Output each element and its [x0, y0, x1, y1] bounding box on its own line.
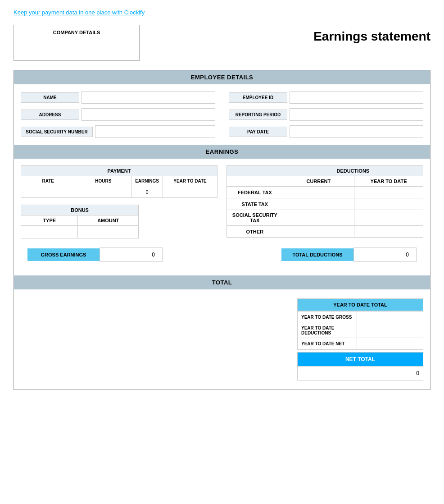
reporting-period-label: REPORTING PERIOD [229, 110, 287, 120]
payment-table: PAYMENT RATE HOURS EARNINGS YEAR TO DATE [21, 165, 217, 198]
state-tax-current-input[interactable] [287, 201, 350, 207]
deductions-header [227, 166, 283, 176]
bonus-amount-header: AMOUNT [78, 215, 139, 226]
name-label: NAME [21, 92, 79, 103]
bonus-type-cell[interactable] [21, 226, 78, 238]
social-security-current-input[interactable] [287, 215, 350, 221]
ytd-table: YEAR TO DATE GROSS YEAR TO DATE DEDUCTIO… [297, 311, 423, 350]
deductions-main-header: DEDUCTIONS [283, 166, 423, 176]
ssn-input[interactable] [95, 125, 215, 138]
federal-tax-current-input[interactable] [287, 189, 350, 196]
deductions-table: DEDUCTIONS CURRENT YEAR TO DATE FEDERAL … [227, 165, 423, 238]
social-security-current[interactable] [283, 210, 354, 226]
company-box: COMPANY DETAILS [14, 25, 140, 61]
other-current[interactable] [283, 226, 354, 238]
header-row: COMPANY DETAILS Earnings statement [14, 25, 430, 61]
pay-date-field-row: PAY DATE [229, 125, 423, 138]
ytd-gross-label: YEAR TO DATE GROSS [298, 312, 357, 323]
address-input[interactable] [82, 108, 215, 121]
deduction-current-header: CURRENT [283, 176, 354, 187]
gross-earnings-value: 0 [100, 247, 163, 262]
ytd-net-value[interactable] [357, 338, 423, 350]
other-row: OTHER [227, 226, 423, 238]
ytd-deductions-label: YEAR TO DATE DEDUCTIONS [298, 323, 357, 338]
earnings-body: PAYMENT RATE HOURS EARNINGS YEAR TO DATE [14, 159, 430, 275]
employee-details-body: NAME EMPLOYEE ID ADDRESS REPORTING PERIO… [14, 84, 430, 145]
address-label: ADDRESS [21, 110, 79, 120]
reporting-period-field-row: REPORTING PERIOD [229, 108, 423, 121]
ytd-deductions-row: YEAR TO DATE DEDUCTIONS [298, 323, 423, 338]
ytd-deductions-value[interactable] [357, 323, 423, 338]
ytd-net-input[interactable] [361, 340, 419, 347]
ytd-total-header: YEAR TO DATE TOTAL [297, 298, 423, 311]
ytd-gross-row: YEAR TO DATE GROSS [298, 312, 423, 323]
employee-id-input[interactable] [290, 91, 423, 104]
other-ytd[interactable] [354, 226, 423, 238]
bonus-table: BONUS TYPE AMOUNT [21, 205, 139, 238]
federal-tax-current[interactable] [283, 187, 354, 198]
ssn-label: SOCIAL SECURITY NUMBER [21, 127, 93, 137]
hours-col-header: HOURS [75, 176, 131, 186]
earnings-header: EARNINGS [14, 145, 430, 159]
social-security-ytd-input[interactable] [358, 215, 419, 221]
main-form: EMPLOYEE DETAILS NAME EMPLOYEE ID ADDRES… [14, 70, 430, 390]
other-current-input[interactable] [287, 228, 350, 235]
total-deductions-total: TOTAL DEDUCTIONS 0 [281, 247, 417, 262]
total-deductions-value: 0 [353, 247, 417, 262]
ytd-gross-input[interactable] [361, 314, 419, 321]
earnings-cell: 0 [131, 186, 163, 198]
federal-tax-row: FEDERAL TAX [227, 187, 423, 198]
state-tax-ytd[interactable] [354, 198, 423, 210]
pay-date-label: PAY DATE [229, 127, 287, 137]
rate-cell[interactable] [21, 186, 75, 198]
earnings-columns: PAYMENT RATE HOURS EARNINGS YEAR TO DATE [21, 165, 423, 238]
bonus-amount-cell[interactable] [78, 226, 139, 238]
clockify-link[interactable]: Keep your payment data in one place with… [14, 9, 145, 16]
ssn-field-row: SOCIAL SECURITY NUMBER [21, 125, 215, 138]
rate-input[interactable] [25, 188, 71, 195]
other-ytd-input[interactable] [358, 228, 419, 235]
ytd-deductions-input[interactable] [361, 327, 419, 334]
earnings-col-header: EARNINGS [131, 176, 163, 186]
employee-id-label: EMPLOYEE ID [229, 92, 287, 103]
total-deductions-label: TOTAL DEDUCTIONS [281, 248, 353, 261]
gross-earnings-label: GROSS EARNINGS [27, 248, 100, 261]
bonus-header: BONUS [21, 205, 139, 215]
gross-earnings-total: GROSS EARNINGS 0 [27, 247, 163, 262]
name-input[interactable] [82, 91, 215, 104]
social-security-ytd[interactable] [354, 210, 423, 226]
hours-input[interactable] [79, 188, 127, 195]
pay-date-input[interactable] [290, 125, 423, 138]
rate-col-header: RATE [21, 176, 75, 186]
main-wrapper: COMPANY DETAILS Earnings statement EMPLO… [0, 25, 444, 403]
ytd-gross-value[interactable] [357, 312, 423, 323]
totals-row: GROSS EARNINGS 0 TOTAL DEDUCTIONS 0 [21, 247, 423, 269]
company-details-label: COMPANY DETAILS [18, 30, 135, 35]
federal-tax-ytd[interactable] [354, 187, 423, 198]
state-tax-label: STATE TAX [227, 198, 283, 210]
ytd-input[interactable] [167, 188, 213, 195]
name-field-row: NAME [21, 91, 215, 104]
ytd-col-header: YEAR TO DATE [163, 176, 217, 186]
social-security-row: SOCIAL SECURITY TAX [227, 210, 423, 226]
employee-details-header: EMPLOYEE DETAILS [14, 70, 430, 84]
total-section-body: YEAR TO DATE TOTAL YEAR TO DATE GROSS YE… [14, 289, 430, 389]
deduction-label-header [227, 176, 283, 187]
bonus-type-input[interactable] [25, 229, 74, 235]
ytd-net-row: YEAR TO DATE NET [298, 338, 423, 350]
ytd-cell[interactable] [163, 186, 217, 198]
deduction-ytd-header: YEAR TO DATE [354, 176, 423, 187]
ytd-net-label: YEAR TO DATE NET [298, 338, 357, 350]
reporting-period-input[interactable] [290, 108, 423, 121]
net-total-value: 0 [297, 367, 423, 380]
state-tax-current[interactable] [283, 198, 354, 210]
address-field-row: ADDRESS [21, 108, 215, 121]
net-total-header: NET TOTAL [297, 352, 423, 367]
state-tax-ytd-input[interactable] [358, 201, 419, 207]
hours-cell[interactable] [75, 186, 131, 198]
federal-tax-ytd-input[interactable] [358, 189, 419, 196]
bonus-type-header: TYPE [21, 215, 78, 226]
bonus-row [21, 226, 139, 238]
page-title: Earnings statement [313, 25, 430, 44]
bonus-amount-input[interactable] [82, 229, 135, 235]
